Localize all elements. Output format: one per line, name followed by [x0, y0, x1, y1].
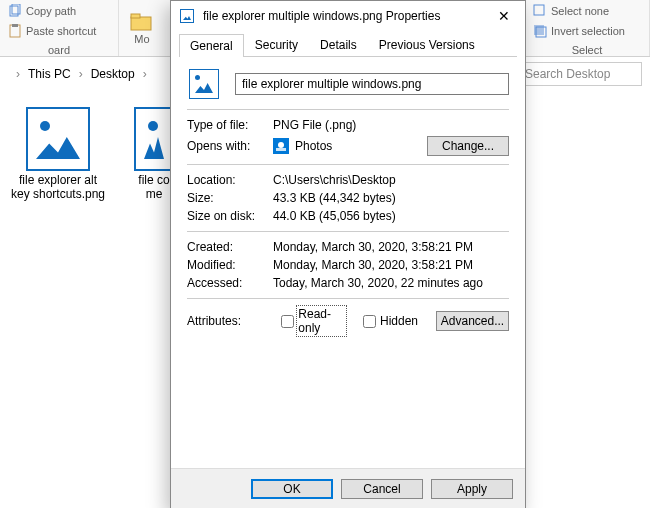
modified-value: Monday, March 30, 2020, 3:58:21 PM [273, 258, 473, 272]
svg-point-10 [278, 142, 284, 148]
accessed-value: Today, March 30, 2020, 22 minutes ago [273, 276, 483, 290]
paste-shortcut-button[interactable]: Paste shortcut [4, 22, 114, 40]
created-value: Monday, March 30, 2020, 3:58:21 PM [273, 240, 473, 254]
chevron-right-icon: › [12, 67, 24, 81]
filename-input[interactable] [235, 73, 509, 95]
ok-button[interactable]: OK [251, 479, 333, 499]
photos-app-icon [273, 138, 289, 154]
type-value: PNG File (.png) [273, 118, 356, 132]
copy-path-button[interactable]: Copy path [4, 2, 114, 20]
tab-details[interactable]: Details [309, 33, 368, 56]
paste-shortcut-icon [8, 24, 22, 38]
breadcrumb-this-pc[interactable]: This PC [28, 67, 71, 81]
folder-move-icon [129, 11, 155, 33]
ribbon-select-group: Select none Invert selection Select [525, 0, 650, 56]
modified-label: Modified: [187, 258, 273, 272]
svg-rect-11 [276, 148, 286, 151]
tab-security[interactable]: Security [244, 33, 309, 56]
file-item[interactable]: file explorer alt key shortcuts.png [10, 107, 106, 201]
general-panel: Type of file: PNG File (.png) Opens with… [171, 57, 525, 468]
tab-general[interactable]: General [179, 34, 244, 57]
select-none-button[interactable]: Select none [529, 2, 645, 20]
image-file-icon [134, 107, 174, 171]
dialog-button-bar: OK Cancel Apply [171, 468, 525, 508]
properties-dialog: file explorer multiple windows.png Prope… [170, 0, 526, 508]
readonly-label: Read-only [298, 307, 345, 335]
opens-with-value: Photos [295, 139, 332, 153]
close-button[interactable]: ✕ [483, 1, 525, 31]
advanced-button[interactable]: Advanced... [436, 311, 509, 331]
readonly-checkbox-input[interactable] [281, 315, 294, 328]
readonly-checkbox[interactable]: Read-only [281, 307, 345, 335]
location-value: C:\Users\chris\Desktop [273, 173, 396, 187]
tab-strip: General Security Details Previous Versio… [179, 31, 517, 57]
chevron-right-icon: › [139, 67, 151, 81]
divider [187, 298, 509, 299]
invert-selection-icon [533, 24, 547, 38]
ribbon-select-label: Select [529, 42, 645, 58]
image-file-icon [187, 67, 221, 101]
tab-previous-versions[interactable]: Previous Versions [368, 33, 486, 56]
svg-rect-5 [131, 14, 140, 18]
svg-rect-6 [534, 5, 544, 15]
apply-button[interactable]: Apply [431, 479, 513, 499]
size-on-disk-label: Size on disk: [187, 209, 273, 223]
dialog-title: file explorer multiple windows.png Prope… [203, 9, 475, 23]
search-placeholder: Search Desktop [525, 67, 610, 81]
file-label: file co me [134, 173, 174, 201]
attributes-label: Attributes: [187, 314, 263, 328]
copy-path-icon [8, 4, 22, 18]
titlebar[interactable]: file explorer multiple windows.png Prope… [171, 1, 525, 31]
select-none-icon [533, 4, 547, 18]
close-icon: ✕ [498, 8, 510, 24]
image-file-icon [179, 8, 195, 24]
opens-with-label: Opens with: [187, 139, 273, 153]
location-label: Location: [187, 173, 273, 187]
svg-rect-3 [12, 24, 18, 27]
size-value: 43.3 KB (44,342 bytes) [273, 191, 396, 205]
accessed-label: Accessed: [187, 276, 273, 290]
size-label: Size: [187, 191, 273, 205]
hidden-label: Hidden [380, 314, 418, 328]
hidden-checkbox-input[interactable] [363, 315, 376, 328]
svg-rect-4 [131, 17, 151, 30]
size-on-disk-value: 44.0 KB (45,056 bytes) [273, 209, 396, 223]
ribbon-clipboard-group: Copy path Paste shortcut oard [0, 0, 119, 56]
chevron-right-icon: › [75, 67, 87, 81]
hidden-checkbox[interactable]: Hidden [363, 314, 418, 328]
divider [187, 164, 509, 165]
type-label: Type of file: [187, 118, 273, 132]
divider [187, 231, 509, 232]
ribbon-clipboard-label: oard [4, 42, 114, 58]
breadcrumb-desktop[interactable]: Desktop [91, 67, 135, 81]
cancel-button[interactable]: Cancel [341, 479, 423, 499]
search-input[interactable]: Search Desktop [518, 62, 642, 86]
file-item[interactable]: file co me [134, 107, 174, 201]
divider [187, 109, 509, 110]
created-label: Created: [187, 240, 273, 254]
move-to-button[interactable]: Mo [119, 0, 165, 56]
image-file-icon [26, 107, 90, 171]
file-label: file explorer alt key shortcuts.png [10, 173, 106, 201]
change-button[interactable]: Change... [427, 136, 509, 156]
invert-selection-button[interactable]: Invert selection [529, 22, 645, 40]
